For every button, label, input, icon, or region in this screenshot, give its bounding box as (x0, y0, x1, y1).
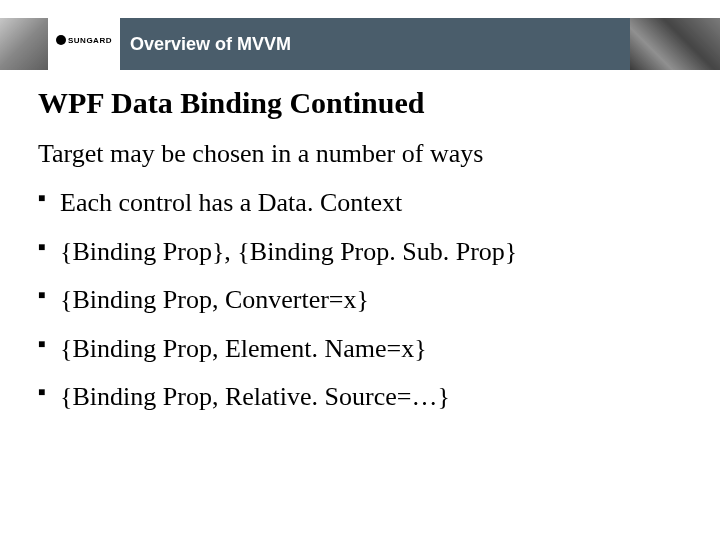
bullet-item: {Binding Prop, Converter=x} (38, 284, 690, 317)
header-title-bg: Overview of MVVM (120, 18, 630, 70)
sub-title: Target may be chosen in a number of ways (38, 138, 690, 169)
logo: SUNGARD (56, 34, 116, 46)
logo-text: SUNGARD (68, 36, 112, 45)
bullet-item: {Binding Prop, Element. Name=x} (38, 333, 690, 366)
logo-dot-icon (56, 35, 66, 45)
bullet-item: {Binding Prop}, {Binding Prop. Sub. Prop… (38, 236, 690, 269)
slide: SUNGARD Overview of MVVM WPF Data Bindin… (0, 0, 720, 540)
header-title: Overview of MVVM (130, 34, 291, 55)
header-dark-right (630, 18, 720, 70)
bullet-item: {Binding Prop, Relative. Source=…} (38, 381, 690, 414)
bullet-item: Each control has a Data. Context (38, 187, 690, 220)
header-bar: SUNGARD Overview of MVVM (0, 18, 720, 70)
bullet-list: Each control has a Data. Context {Bindin… (38, 187, 690, 414)
main-title: WPF Data Binding Continued (38, 86, 690, 120)
header-photo-left (0, 18, 48, 70)
content: WPF Data Binding Continued Target may be… (38, 80, 690, 430)
header-photo-right (630, 18, 720, 70)
